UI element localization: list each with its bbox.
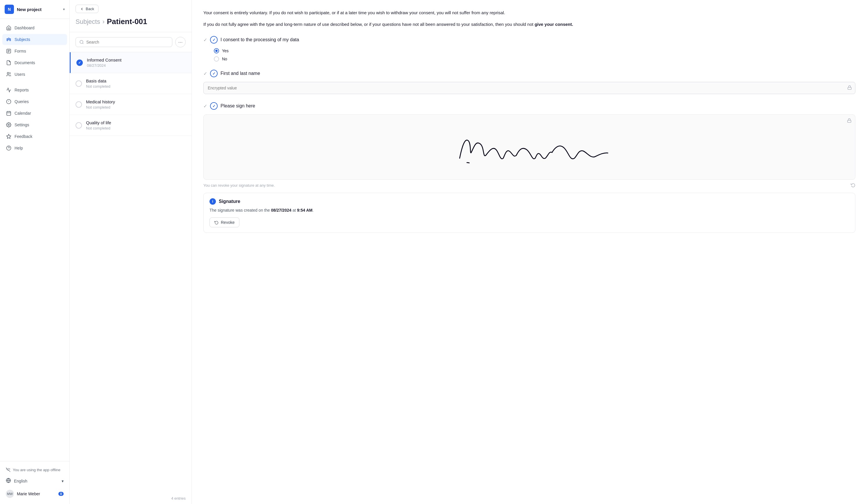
sidebar-item-queries-label: Queries xyxy=(14,99,29,104)
sidebar-item-users[interactable]: Users xyxy=(2,69,67,80)
middle-panel: Back Subjects › Patient-001 ··· Informed… xyxy=(70,0,192,504)
sidebar-header: N New project ▾ xyxy=(0,0,69,19)
search-input[interactable] xyxy=(86,40,169,44)
sidebar-item-documents[interactable]: Documents xyxy=(2,57,67,68)
form-item-status-informed-consent: 08/27/2024 xyxy=(87,63,186,68)
right-panel: Your consent is entirely voluntary. If y… xyxy=(192,0,867,504)
search-icon xyxy=(79,40,84,44)
globe-icon xyxy=(6,478,11,484)
avatar: MW xyxy=(6,490,14,498)
section-name-circle-icon xyxy=(210,70,218,77)
user-profile[interactable]: MW Marie Weber 0 xyxy=(2,487,67,501)
svg-point-1 xyxy=(7,39,8,40)
back-button[interactable]: Back xyxy=(76,5,98,13)
section-consent-header: ✓ I consent to the processing of my data xyxy=(203,36,855,44)
sidebar-footer: You are using the app offline English ▾ … xyxy=(0,461,69,504)
user-name: Marie Weber xyxy=(17,492,40,496)
app-logo: N xyxy=(5,5,14,14)
app-title-chevron[interactable]: ▾ xyxy=(63,7,65,11)
form-item-quality-of-life[interactable]: Quality of life Not completed xyxy=(70,115,192,136)
sidebar-item-dashboard[interactable]: Dashboard xyxy=(2,22,67,33)
sidebar-item-reports[interactable]: Reports xyxy=(2,85,67,96)
section-signature-check-icon: ✓ xyxy=(203,103,207,109)
section-consent-circle-icon xyxy=(210,36,218,44)
lock-icon xyxy=(847,85,852,91)
search-wrap[interactable] xyxy=(76,37,172,47)
form-item-medical-history[interactable]: Medical history Not completed xyxy=(70,94,192,115)
form-list: Informed Consent 08/27/2024 Basis data N… xyxy=(70,52,192,493)
sidebar-item-help-label: Help xyxy=(14,146,23,150)
language-label: English xyxy=(14,479,27,483)
sidebar-item-reports-label: Reports xyxy=(14,88,29,92)
info-icon: i xyxy=(210,198,216,205)
svg-rect-25 xyxy=(848,87,851,89)
svg-rect-11 xyxy=(7,111,11,116)
radio-label-yes: Yes xyxy=(222,48,229,53)
sidebar-item-settings[interactable]: Settings xyxy=(2,119,67,130)
form-item-radio-medical-history xyxy=(76,101,82,108)
feedback-icon xyxy=(6,133,12,139)
offline-text: You are using the app offline xyxy=(13,468,61,472)
svg-marker-16 xyxy=(7,134,11,139)
sidebar-item-calendar[interactable]: Calendar xyxy=(2,108,67,119)
undo-icon[interactable] xyxy=(851,183,855,188)
search-row: ··· xyxy=(70,32,192,52)
signature-area xyxy=(203,114,855,180)
radio-option-yes[interactable]: Yes xyxy=(214,48,855,53)
section-name-header: ✓ First and last name xyxy=(203,70,855,77)
breadcrumb-patient: Patient-001 xyxy=(107,17,147,26)
form-item-status-medical-history: Not completed xyxy=(86,105,186,109)
queries-icon xyxy=(6,99,12,105)
settings-icon xyxy=(6,122,12,128)
radio-label-no: No xyxy=(222,57,227,61)
sidebar-item-queries[interactable]: Queries xyxy=(2,96,67,107)
form-item-radio-basis-data xyxy=(76,80,82,87)
more-options-button[interactable]: ··· xyxy=(175,37,186,47)
form-item-info-quality-of-life: Quality of life Not completed xyxy=(86,120,186,130)
signature-drawing xyxy=(210,120,849,173)
form-item-info-basis-data: Basis data Not completed xyxy=(86,78,186,89)
form-item-radio-informed-consent xyxy=(76,59,83,66)
section-consent: ✓ I consent to the processing of my data… xyxy=(203,36,855,62)
documents-icon xyxy=(6,60,12,66)
app-title: New project xyxy=(17,7,42,12)
svg-line-24 xyxy=(83,43,83,44)
breadcrumb-subjects[interactable]: Subjects xyxy=(76,18,100,25)
section-check-icon: ✓ xyxy=(203,37,207,43)
consent-paragraph-1: Your consent is entirely voluntary. If y… xyxy=(203,9,855,16)
revoke-button[interactable]: Revoke xyxy=(210,218,239,227)
form-count: 4 entries xyxy=(70,493,192,504)
middle-header: Back Subjects › Patient-001 xyxy=(70,0,192,32)
encrypted-input[interactable] xyxy=(203,82,855,94)
sidebar-nav: Dashboard Subjects Forms Documents xyxy=(0,19,69,461)
form-item-informed-consent[interactable]: Informed Consent 08/27/2024 xyxy=(70,52,192,73)
language-chevron-icon: ▾ xyxy=(62,479,64,483)
form-item-basis-data[interactable]: Basis data Not completed xyxy=(70,73,192,94)
radio-circle-no xyxy=(214,56,219,62)
wifi-off-icon xyxy=(6,468,10,472)
section-name: ✓ First and last name xyxy=(203,70,855,94)
form-item-info-informed-consent: Informed Consent 08/27/2024 xyxy=(87,57,186,68)
svg-point-15 xyxy=(8,124,10,126)
form-item-name-informed-consent: Informed Consent xyxy=(87,57,186,63)
revoke-hint-text: You can revoke your signature at any tim… xyxy=(203,183,275,188)
sidebar-item-forms-label: Forms xyxy=(14,49,26,53)
sidebar-item-calendar-label: Calendar xyxy=(14,111,31,116)
sidebar-item-forms[interactable]: Forms xyxy=(2,46,67,57)
section-signature-circle-icon xyxy=(210,102,218,110)
consent-paragraph-2: If you do not fully agree with the type … xyxy=(203,21,855,28)
form-item-radio-quality-of-life xyxy=(76,122,82,129)
radio-option-no[interactable]: No xyxy=(214,56,855,62)
reports-icon xyxy=(6,87,12,93)
sidebar-item-feedback-label: Feedback xyxy=(14,134,32,139)
breadcrumb: Subjects › Patient-001 xyxy=(76,17,186,26)
language-selector[interactable]: English ▾ xyxy=(2,475,67,486)
calendar-icon xyxy=(6,110,12,116)
radio-group-consent: Yes No xyxy=(214,48,855,62)
sidebar-item-help[interactable]: Help xyxy=(2,143,67,154)
users-icon xyxy=(6,72,12,77)
sidebar-item-subjects[interactable]: Subjects xyxy=(2,34,67,45)
svg-point-7 xyxy=(7,72,9,74)
sidebar-item-feedback[interactable]: Feedback xyxy=(2,131,67,142)
form-item-name-basis-data: Basis data xyxy=(86,78,186,83)
